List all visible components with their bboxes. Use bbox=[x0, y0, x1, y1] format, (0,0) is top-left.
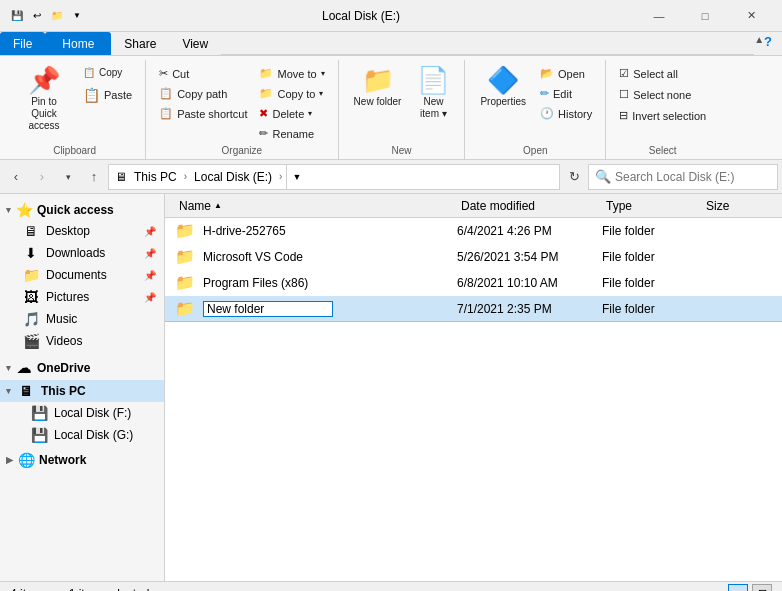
help-button[interactable]: ? bbox=[764, 34, 776, 49]
large-icons-view-button[interactable]: ⊞ bbox=[752, 584, 772, 592]
new-folder-icon: 📁 bbox=[362, 67, 394, 93]
file-name-label: H-drive-252765 bbox=[203, 224, 286, 238]
select-group: ☑ Select all ☐ Select none ⊟ Invert sele… bbox=[606, 60, 719, 159]
select-none-button[interactable]: ☐ Select none bbox=[614, 85, 711, 104]
sidebar-item-documents[interactable]: 📁 Documents 📌 bbox=[0, 264, 164, 286]
view-controls: ≡ ⊞ bbox=[728, 584, 772, 592]
cut-label: Cut bbox=[172, 68, 189, 80]
new-folder-button[interactable]: 📁 New folder bbox=[347, 62, 409, 113]
cut-icon: ✂ bbox=[159, 67, 168, 80]
sidebar-item-videos[interactable]: 🎬 Videos bbox=[0, 330, 164, 352]
move-to-button[interactable]: 📁 Move to ▾ bbox=[254, 64, 329, 83]
path-sep-2: › bbox=[279, 171, 282, 182]
onedrive-header[interactable]: ▾ ☁ OneDrive bbox=[0, 356, 164, 378]
copy-path-label: Copy path bbox=[177, 88, 227, 100]
quick-access-icon: ⭐ bbox=[15, 202, 33, 218]
folder-icon: 📁 bbox=[175, 299, 195, 318]
col-date-header[interactable]: Date modified bbox=[457, 199, 602, 213]
properties-button[interactable]: 🔷 Properties bbox=[473, 62, 533, 113]
forward-button[interactable]: › bbox=[30, 165, 54, 189]
delete-label: Delete bbox=[272, 108, 304, 120]
file-type-cell: File folder bbox=[602, 302, 702, 316]
delete-button[interactable]: ✖ Delete ▾ bbox=[254, 104, 329, 123]
rename-button[interactable]: ✏ Rename bbox=[254, 124, 329, 143]
sidebar-item-local-f[interactable]: 💾 Local Disk (F:) bbox=[0, 402, 164, 424]
new-item-icon: 📄 bbox=[417, 67, 449, 93]
this-pc-header[interactable]: ▾ 🖥 This PC bbox=[0, 380, 164, 402]
refresh-button[interactable]: ↻ bbox=[562, 165, 586, 189]
tab-file[interactable]: File bbox=[0, 32, 45, 55]
copy-button[interactable]: 📋 Copy bbox=[78, 64, 137, 81]
qat-dropdown[interactable]: ▼ bbox=[68, 7, 86, 25]
details-view-button[interactable]: ≡ bbox=[728, 584, 748, 592]
copy-path-button[interactable]: 📋 Copy path bbox=[154, 84, 252, 103]
minimize-button[interactable]: — bbox=[636, 0, 682, 32]
edit-label: Edit bbox=[553, 88, 572, 100]
qat-folder[interactable]: 📁 bbox=[48, 7, 66, 25]
recent-button[interactable]: ▾ bbox=[56, 165, 80, 189]
file-row[interactable]: 📁 Program Files (x86) 6/8/2021 10:10 AM … bbox=[165, 270, 782, 296]
file-date-cell: 5/26/2021 3:54 PM bbox=[457, 250, 602, 264]
path-local-disk[interactable]: Local Disk (E:) bbox=[191, 168, 275, 186]
pin-button[interactable]: 📌 Pin to Quick access bbox=[12, 62, 76, 137]
edit-button[interactable]: ✏ Edit bbox=[535, 84, 597, 103]
invert-selection-button[interactable]: ⊟ Invert selection bbox=[614, 106, 711, 125]
desktop-label: Desktop bbox=[46, 224, 90, 238]
select-none-icon: ☐ bbox=[619, 88, 629, 101]
file-row[interactable]: 📁 Microsoft VS Code 5/26/2021 3:54 PM Fi… bbox=[165, 244, 782, 270]
maximize-button[interactable]: □ bbox=[682, 0, 728, 32]
desktop-icon: 🖥 bbox=[22, 223, 40, 239]
col-name-header[interactable]: Name ▲ bbox=[175, 199, 457, 213]
history-icon: 🕐 bbox=[540, 107, 554, 120]
file-row[interactable]: 📁 H-drive-252765 6/4/2021 4:26 PM File f… bbox=[165, 218, 782, 244]
select-all-button[interactable]: ☑ Select all bbox=[614, 64, 711, 83]
rename-input[interactable] bbox=[203, 301, 333, 317]
paste-button[interactable]: 📋 Paste bbox=[78, 84, 137, 106]
back-button[interactable]: ‹ bbox=[4, 165, 28, 189]
onedrive-chevron: ▾ bbox=[6, 363, 11, 373]
up-button[interactable]: ↑ bbox=[82, 165, 106, 189]
qat-save[interactable]: 💾 bbox=[8, 7, 26, 25]
qat-undo[interactable]: ↩ bbox=[28, 7, 46, 25]
search-box[interactable]: 🔍 bbox=[588, 164, 778, 190]
search-input[interactable] bbox=[615, 170, 771, 184]
sidebar-item-pictures[interactable]: 🖼 Pictures 📌 bbox=[0, 286, 164, 308]
cut-button[interactable]: ✂ Cut bbox=[154, 64, 252, 83]
network-header[interactable]: ▶ 🌐 Network bbox=[0, 448, 164, 470]
open-icon: 📂 bbox=[540, 67, 554, 80]
documents-pin-icon: 📌 bbox=[144, 270, 156, 281]
quick-access-header[interactable]: ▾ ⭐ Quick access bbox=[0, 198, 164, 220]
videos-icon: 🎬 bbox=[22, 333, 40, 349]
network-label: Network bbox=[39, 453, 86, 467]
tab-view[interactable]: View bbox=[169, 32, 221, 55]
history-button[interactable]: 🕐 History bbox=[535, 104, 597, 123]
downloads-label: Downloads bbox=[46, 246, 105, 260]
tab-home[interactable]: Home bbox=[45, 32, 111, 55]
col-type-header[interactable]: Type bbox=[602, 199, 702, 213]
sidebar-item-downloads[interactable]: ⬇ Downloads 📌 bbox=[0, 242, 164, 264]
file-row-selected[interactable]: 📁 7/1/2021 2:35 PM File folder bbox=[165, 296, 782, 322]
col-size-label: Size bbox=[706, 199, 729, 213]
sidebar-item-desktop[interactable]: 🖥 Desktop 📌 bbox=[0, 220, 164, 242]
sidebar-item-local-g[interactable]: 💾 Local Disk (G:) bbox=[0, 424, 164, 446]
copy-to-button[interactable]: 📁 Copy to ▾ bbox=[254, 84, 329, 103]
close-button[interactable]: ✕ bbox=[728, 0, 774, 32]
downloads-pin-icon: 📌 bbox=[144, 248, 156, 259]
copy-label: Copy bbox=[99, 67, 122, 78]
file-name-cell: 📁 Program Files (x86) bbox=[175, 273, 457, 292]
local-f-label: Local Disk (F:) bbox=[54, 406, 131, 420]
col-size-header[interactable]: Size bbox=[702, 199, 772, 213]
new-item-button[interactable]: 📄 New item ▾ bbox=[410, 62, 456, 125]
open-button[interactable]: 📂 Open bbox=[535, 64, 597, 83]
address-dropdown-button[interactable]: ▼ bbox=[286, 164, 306, 190]
paste-shortcut-button[interactable]: 📋 Paste shortcut bbox=[154, 104, 252, 123]
file-type-cell: File folder bbox=[602, 224, 702, 238]
sidebar-item-music[interactable]: 🎵 Music bbox=[0, 308, 164, 330]
path-this-pc[interactable]: This PC bbox=[131, 168, 180, 186]
new-label: New bbox=[392, 143, 412, 159]
tab-share[interactable]: Share bbox=[111, 32, 169, 55]
organize-label: Organize bbox=[222, 143, 263, 159]
address-path[interactable]: 🖥 This PC › Local Disk (E:) › ▼ bbox=[108, 164, 560, 190]
ribbon-minimize-button[interactable]: ▲ bbox=[754, 34, 764, 45]
file-name-cell: 📁 bbox=[175, 299, 457, 318]
